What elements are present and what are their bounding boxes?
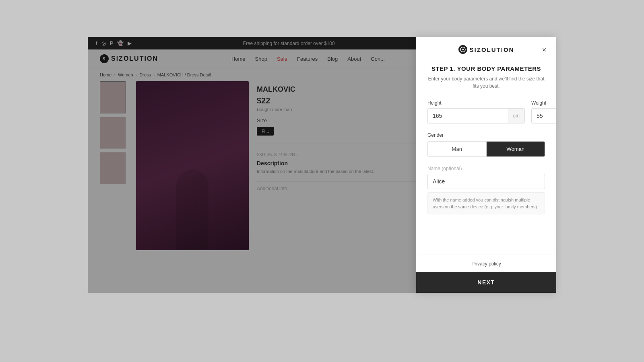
name-hint: With the name added you can distinguish … — [427, 192, 545, 214]
modal-close-button[interactable]: × — [539, 44, 550, 56]
step-title: STEP 1. YOUR BODY PARAMETERS — [427, 65, 545, 72]
weight-input-wrapper: kg — [531, 108, 556, 123]
weight-group: Weight kg — [531, 100, 556, 123]
gender-button-group: Man Woman — [427, 141, 545, 157]
gender-label: Gender — [427, 132, 545, 138]
weight-label: Weight — [531, 100, 556, 106]
modal-footer: Privacy policy — [416, 255, 556, 272]
modal-logo-icon — [458, 45, 467, 54]
height-weight-row: Height cm Weight kg — [427, 100, 545, 123]
next-button[interactable]: NEXT — [416, 272, 556, 293]
gender-section: Gender Man Woman — [427, 132, 545, 157]
height-label: Height — [427, 100, 525, 106]
modal-logo: SIZOLUTION — [458, 45, 514, 54]
gender-man-button[interactable]: Man — [428, 142, 487, 156]
modal-overlay — [88, 37, 442, 293]
gender-woman-button[interactable]: Woman — [487, 142, 545, 156]
weight-input[interactable] — [532, 109, 556, 123]
height-unit: cm — [508, 109, 524, 123]
name-optional-text: (optional) — [442, 166, 462, 171]
height-input-wrapper: cm — [427, 108, 525, 123]
modal-logo-text: SIZOLUTION — [470, 46, 514, 53]
name-label-text: Name — [427, 166, 442, 171]
privacy-policy-link[interactable]: Privacy policy — [471, 261, 501, 267]
name-section: Name (optional) With the name added you … — [427, 166, 545, 214]
height-input[interactable] — [428, 109, 508, 123]
height-group: Height cm — [427, 100, 525, 123]
sizolution-modal: SIZOLUTION × STEP 1. YOUR BODY PARAMETER… — [416, 37, 556, 293]
name-label: Name (optional) — [427, 166, 545, 171]
modal-body: STEP 1. YOUR BODY PARAMETERS Enter your … — [416, 58, 556, 255]
name-input[interactable] — [427, 174, 545, 189]
modal-header: SIZOLUTION × — [416, 37, 556, 58]
step-subtitle: Enter your body parameters and we'll fin… — [427, 75, 545, 90]
